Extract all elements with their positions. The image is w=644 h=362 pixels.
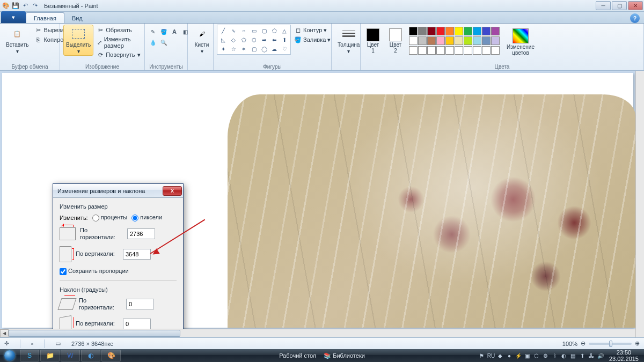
color-swatch[interactable]	[491, 27, 500, 35]
color-swatch[interactable]	[464, 46, 472, 55]
tray-clock[interactable]: 23:50 23.02.2015	[606, 349, 642, 362]
tray-network-icon[interactable]: 🖧	[588, 352, 595, 359]
color-swatch[interactable]	[418, 36, 427, 45]
fill-tool[interactable]: 🪣	[159, 27, 169, 36]
zoom-slider[interactable]	[589, 343, 632, 345]
color-swatch[interactable]	[445, 27, 454, 35]
color-swatch[interactable]	[427, 46, 436, 55]
file-menu-button[interactable]: ▾	[1, 11, 26, 23]
color-swatch[interactable]	[418, 27, 427, 35]
color-swatch[interactable]	[436, 46, 445, 55]
shapes-gallery[interactable]: ╱ ∿ ○ ▭ ▢ ⬠ △ ◺ ◇ ⬠ ⬡ ➡ ⬅ ⬆ ✦ ☆ ✶ ▢ ◯ ☁	[217, 25, 291, 55]
shape-arrow-r[interactable]: ➡	[259, 35, 269, 44]
tray-icon[interactable]: ⬆	[579, 352, 586, 359]
start-button[interactable]	[0, 349, 19, 362]
task-explorer[interactable]: 📁	[40, 350, 60, 361]
color-swatch[interactable]	[427, 27, 436, 35]
tray-icon[interactable]: ◆	[496, 352, 504, 359]
color-swatch[interactable]	[455, 46, 463, 55]
tray-bluetooth-icon[interactable]: ᛒ	[551, 352, 559, 359]
tray-volume-icon[interactable]: 🔊	[597, 352, 604, 359]
text-tool[interactable]: A	[170, 27, 179, 36]
color-swatch[interactable]	[445, 36, 454, 45]
horizontal-input[interactable]	[127, 228, 155, 239]
tab-main[interactable]: Главная	[26, 12, 64, 23]
shape-arrow-l[interactable]: ⬅	[269, 35, 279, 44]
color-swatch[interactable]	[455, 27, 463, 35]
tray-lang[interactable]: RU	[487, 352, 495, 359]
shape-star6[interactable]: ✶	[239, 45, 248, 53]
task-paint[interactable]: 🎨	[101, 350, 121, 361]
shape-heart[interactable]: ♡	[280, 45, 289, 53]
color-swatch[interactable]	[436, 27, 445, 35]
skew-vertical-input[interactable]	[123, 319, 151, 329]
color2-button[interactable]: Цвет 2	[386, 27, 405, 55]
shape-roundrect[interactable]: ▢	[259, 26, 269, 35]
shape-arrow-u[interactable]: ⬆	[280, 35, 289, 44]
zoom-in-button[interactable]: ⊕	[635, 340, 640, 347]
shape-callout-rr[interactable]: ▢	[249, 45, 259, 53]
dialog-titlebar[interactable]: Изменение размеров и наклона X	[53, 184, 183, 198]
color-swatch[interactable]	[455, 36, 463, 45]
zoom-out-button[interactable]: ⊖	[581, 340, 586, 347]
tab-view[interactable]: Вид	[64, 13, 90, 23]
keep-ratio-checkbox[interactable]: Сохранить пропорции	[60, 268, 129, 275]
color-swatch[interactable]	[473, 36, 481, 45]
tray-icon[interactable]: ▣	[524, 352, 531, 359]
shape-callout-cloud[interactable]: ☁	[269, 45, 279, 53]
scroll-thumb[interactable]	[9, 330, 180, 337]
shape-star5[interactable]: ☆	[229, 45, 238, 53]
radio-percent[interactable]: проценты	[92, 214, 128, 221]
shape-rtriangle[interactable]: ◺	[218, 35, 228, 44]
tray-icon[interactable]: ⚡	[515, 352, 522, 359]
tray-icon[interactable]: ▤	[569, 352, 577, 359]
shape-pentagon[interactable]: ⬠	[239, 35, 248, 44]
color-swatch[interactable]	[418, 46, 427, 55]
tray-icon[interactable]: ●	[506, 352, 513, 359]
shape-star4[interactable]: ✦	[218, 45, 228, 53]
color-swatch[interactable]	[491, 46, 500, 55]
desktop-toolbar[interactable]: Рабочий стол	[279, 352, 316, 359]
undo-icon[interactable]: ↶	[21, 2, 29, 10]
shape-callout-oval[interactable]: ◯	[259, 45, 269, 53]
shape-polygon[interactable]: ⬠	[269, 26, 279, 35]
horizontal-scrollbar[interactable]: ◀ ▶	[0, 329, 644, 337]
color-swatch[interactable]	[464, 36, 472, 45]
vertical-scrollbar[interactable]	[635, 71, 644, 337]
skew-horizontal-input[interactable]	[126, 299, 154, 309]
color-swatch[interactable]	[482, 36, 491, 45]
color-swatch[interactable]	[473, 46, 481, 55]
color-swatch[interactable]	[409, 46, 418, 55]
color-swatch[interactable]	[473, 27, 481, 35]
vertical-input[interactable]	[123, 249, 151, 260]
edit-colors-button[interactable]: Изменение цветов	[504, 27, 537, 57]
picker-tool[interactable]: 💧	[148, 38, 158, 47]
shape-hexagon[interactable]: ⬡	[249, 35, 259, 44]
redo-icon[interactable]: ↷	[31, 2, 39, 10]
tray-icon[interactable]: ◐	[560, 352, 568, 359]
zoom-tool[interactable]: 🔍	[159, 38, 169, 47]
brushes-button[interactable]: 🖌 Кисти ▾	[191, 25, 213, 56]
tray-icon[interactable]: ⬡	[533, 352, 540, 359]
help-button[interactable]: ?	[630, 13, 640, 23]
task-skype[interactable]: S	[20, 350, 39, 361]
select-button[interactable]: Выделить ▾	[63, 25, 93, 56]
shape-line[interactable]: ╱	[218, 26, 228, 35]
shape-fill-button[interactable]: 🪣Заливка▾	[293, 35, 332, 44]
color1-button[interactable]: Цвет 1	[364, 27, 382, 55]
color-swatch[interactable]	[482, 46, 491, 55]
task-word[interactable]: W	[61, 350, 80, 361]
save-icon[interactable]: 💾	[12, 2, 19, 10]
color-swatch[interactable]	[482, 27, 491, 35]
scroll-left-button[interactable]: ◀	[0, 329, 9, 337]
shape-curve[interactable]: ∿	[229, 26, 238, 35]
color-swatch[interactable]	[464, 27, 472, 35]
pencil-tool[interactable]: ✎	[148, 27, 158, 36]
maximize-button[interactable]: ▢	[612, 1, 627, 10]
minimize-button[interactable]: ─	[596, 1, 611, 10]
task-browser[interactable]: ◐	[81, 350, 100, 361]
color-swatch[interactable]	[409, 36, 418, 45]
shape-rect[interactable]: ▭	[249, 26, 259, 35]
color-swatch[interactable]	[427, 36, 436, 45]
color-swatch[interactable]	[436, 36, 445, 45]
